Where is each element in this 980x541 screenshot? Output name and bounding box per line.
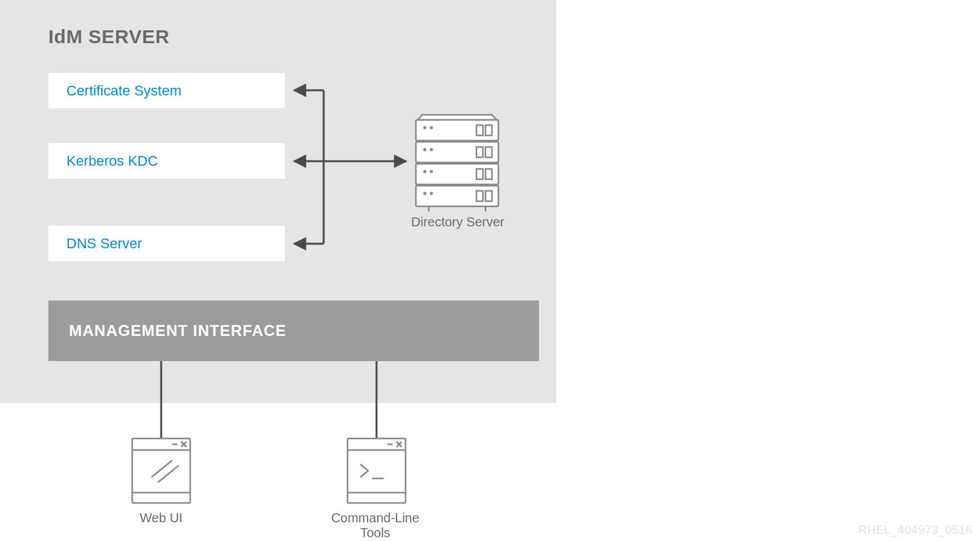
certificate-system-label: Certificate System (66, 83, 182, 99)
svg-rect-36 (348, 438, 406, 503)
kerberos-kdc-box: Kerberos KDC (48, 143, 285, 179)
idm-server-container: IdM SERVER Certificate System Kerberos K… (0, 0, 556, 403)
dns-server-label: DNS Server (66, 235, 142, 252)
cli-tools-label: Command-Line Tools (317, 511, 433, 540)
management-interface-bar: MANAGEMENT INTERFACE (48, 300, 539, 361)
svg-line-41 (397, 442, 402, 447)
web-ui-label: Web UI (110, 511, 213, 526)
directory-server-label: Directory Server (393, 215, 522, 230)
certificate-system-box: Certificate System (48, 73, 285, 108)
cli-icon (348, 438, 406, 503)
svg-line-33 (181, 442, 186, 447)
svg-line-35 (158, 466, 179, 482)
server-title: IdM SERVER (48, 26, 170, 48)
svg-line-40 (397, 442, 402, 447)
management-interface-label: MANAGEMENT INTERFACE (69, 322, 286, 340)
svg-rect-28 (132, 438, 190, 503)
footer-id: RHEL_404973_0516 (859, 524, 972, 537)
svg-line-34 (152, 460, 172, 477)
svg-line-32 (181, 442, 186, 447)
kerberos-kdc-label: Kerberos KDC (66, 153, 158, 170)
web-ui-icon (132, 438, 190, 503)
dns-server-box: DNS Server (48, 226, 285, 261)
